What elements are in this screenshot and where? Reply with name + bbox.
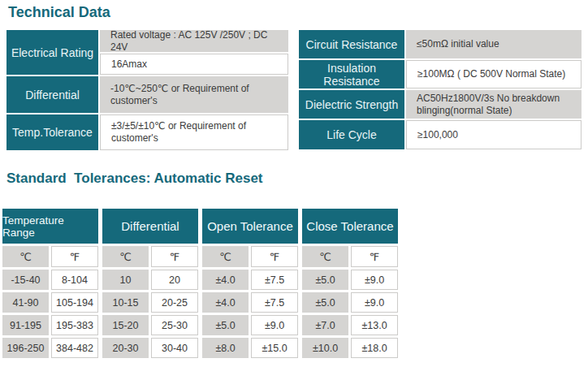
open-tolerance-header: Open Tolerance bbox=[202, 209, 298, 244]
temperature-range-group: Temperature Range ℃ ℉ -15-40 8-104 41-90… bbox=[2, 209, 98, 358]
max-current-value: 16Amax bbox=[100, 54, 288, 75]
open-tolerance-group: Open Tolerance ℃ ℉ ±4.0 ±7.5 ±4.0 ±7.5 ±… bbox=[202, 209, 298, 358]
rated-voltage-value: Rated voltage : AC 125V /250V ; DC 24V bbox=[100, 30, 288, 52]
tolerance-cell: ±13.0 bbox=[351, 315, 398, 335]
tolerance-cell: ±7.5 bbox=[251, 270, 298, 290]
fahrenheit-unit-header: ℉ bbox=[251, 246, 298, 267]
differential-value: -10℃~250℃ or Requirement of customer's bbox=[100, 76, 288, 113]
tolerance-cell: ±5.0 bbox=[302, 292, 348, 313]
tolerance-cell: ±5.0 bbox=[202, 315, 249, 335]
tolerance-cell: 8-104 bbox=[51, 270, 98, 290]
technical-data-tables: Electrical Rating Rated voltage : AC 125… bbox=[6, 30, 588, 150]
tolerance-cell: ±9.0 bbox=[351, 292, 398, 313]
tolerance-cell: 20-30 bbox=[102, 338, 149, 358]
tolerance-cell: ±5.0 bbox=[302, 270, 348, 290]
insulation-resistance-value: ≥100MΩ ( DC 500V Normal State) bbox=[406, 60, 582, 89]
circuit-resistance-value: ≤50mΩ initial value bbox=[406, 30, 582, 58]
tolerance-cell: ±18.0 bbox=[351, 338, 398, 358]
tolerance-cell: ±4.0 bbox=[202, 270, 249, 290]
life-cycle-label: Life Cycle bbox=[299, 120, 404, 149]
tolerance-cell: 20 bbox=[151, 270, 198, 290]
circuit-resistance-label: Circuit Resistance bbox=[299, 30, 404, 58]
differential-group: Differential ℃ ℉ 10 20 10-15 20-25 15-20… bbox=[102, 209, 198, 358]
tolerance-cell: 30-40 bbox=[151, 338, 198, 358]
tolerance-cell: 41-90 bbox=[2, 292, 49, 313]
tolerance-cell: 15-20 bbox=[102, 315, 149, 335]
tolerance-cell: -15-40 bbox=[2, 270, 49, 290]
tolerance-cell: 91-195 bbox=[2, 315, 49, 335]
tolerance-cell: 196-250 bbox=[2, 338, 49, 358]
electrical-rating-label: Electrical Rating bbox=[6, 30, 98, 75]
fahrenheit-unit-header: ℉ bbox=[351, 246, 398, 267]
tolerance-cell: ±7.0 bbox=[302, 315, 348, 335]
temp-tolerance-value: ±3/±5/±10℃ or Requirement of customer's bbox=[100, 114, 288, 150]
dielectric-strength-label: Dielectric Strength bbox=[299, 90, 404, 119]
resistance-spec-table: Circuit Resistance ≤50mΩ initial value I… bbox=[299, 30, 582, 150]
tolerance-cell: 195-383 bbox=[51, 315, 98, 335]
celsius-unit-header: ℃ bbox=[302, 246, 348, 267]
insulation-resistance-label: Insulation Resistance bbox=[299, 60, 404, 89]
tolerance-cell: ±4.0 bbox=[202, 292, 249, 313]
differential-header: Differential bbox=[102, 209, 198, 244]
fahrenheit-unit-header: ℉ bbox=[51, 246, 98, 267]
tolerance-cell: ±9.0 bbox=[351, 270, 398, 290]
tolerance-cell: ±15.0 bbox=[251, 338, 298, 358]
tolerance-cell: 20-25 bbox=[151, 292, 198, 313]
life-cycle-value: ≥100,000 bbox=[406, 120, 582, 149]
tolerance-cell: 10-15 bbox=[102, 292, 149, 313]
fahrenheit-unit-header: ℉ bbox=[151, 246, 198, 267]
tolerance-cell: 384-482 bbox=[51, 338, 98, 358]
tolerance-cell: 105-194 bbox=[51, 292, 98, 313]
tolerance-cell: ±10.0 bbox=[302, 338, 348, 358]
temperature-range-header: Temperature Range bbox=[2, 209, 98, 244]
tolerance-cell: 25-30 bbox=[151, 315, 198, 335]
celsius-unit-header: ℃ bbox=[2, 246, 49, 267]
tolerance-cell: ±9.0 bbox=[251, 315, 298, 335]
tolerance-cell: ±8.0 bbox=[202, 338, 249, 358]
tolerance-table: Temperature Range ℃ ℉ -15-40 8-104 41-90… bbox=[2, 209, 588, 358]
celsius-unit-header: ℃ bbox=[102, 246, 149, 267]
temp-tolerance-label: Temp.Tolerance bbox=[6, 114, 98, 150]
differential-label: Differential bbox=[6, 76, 98, 113]
electrical-spec-table: Electrical Rating Rated voltage : AC 125… bbox=[6, 30, 288, 150]
celsius-unit-header: ℃ bbox=[202, 246, 249, 267]
technical-data-heading: Technical Data bbox=[0, 0, 588, 21]
tolerance-cell: ±7.5 bbox=[251, 292, 298, 313]
tolerance-cell: 10 bbox=[102, 270, 149, 290]
dielectric-strength-value: AC50Hz1800V/3s No breakdown blinging(nor… bbox=[406, 90, 582, 119]
close-tolerance-header: Close Tolerance bbox=[302, 209, 398, 244]
close-tolerance-group: Close Tolerance ℃ ℉ ±5.0 ±9.0 ±5.0 ±9.0 … bbox=[302, 209, 398, 358]
standard-tolerances-heading: Standard Tolerances: Automatic Reset bbox=[0, 150, 588, 187]
